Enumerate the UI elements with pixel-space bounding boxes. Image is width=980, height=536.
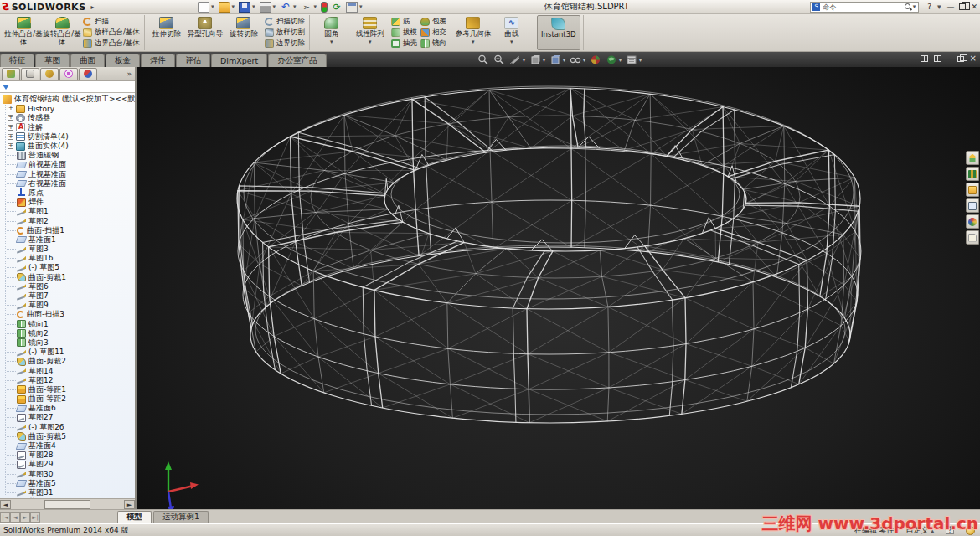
tree-item[interactable]: 上视基准面	[2, 170, 135, 179]
tree-item[interactable]: 前视基准面	[2, 160, 135, 169]
tree-item[interactable]: 焊件	[2, 198, 135, 207]
apply-scene-icon[interactable]	[606, 54, 617, 65]
sweep-button[interactable]: 扫描	[83, 17, 140, 28]
tree-item[interactable]: 草图32	[2, 497, 135, 498]
tree-item[interactable]: + 传感器	[2, 113, 135, 122]
chevron-down-icon[interactable]: ▾	[510, 39, 513, 47]
tree-item[interactable]: 草图30	[2, 470, 135, 479]
scroll-right-icon[interactable]: ►	[124, 500, 135, 509]
intersect-button[interactable]: 相交	[420, 28, 446, 39]
chevron-down-icon[interactable]: ▾	[273, 3, 276, 10]
chevron-down-icon[interactable]: ▾	[293, 3, 297, 10]
tree-item[interactable]: 普通碳钢	[2, 151, 135, 160]
expand-icon[interactable]: +	[8, 134, 13, 140]
chevron-down-icon[interactable]: ▾	[543, 57, 545, 63]
command-tab[interactable]: 焊件	[141, 54, 175, 67]
revolved-boss-button[interactable]: 旋转凸台/基体	[43, 15, 81, 50]
draft-button[interactable]: 拔模	[391, 28, 417, 39]
scroll-left-icon[interactable]: ◄	[0, 500, 11, 509]
tree-item[interactable]: 曲面-等距1	[2, 385, 135, 394]
tree-item[interactable]: 曲面-剪裁2	[2, 357, 135, 366]
zoom-to-fit-icon[interactable]	[477, 54, 489, 65]
mirror-button[interactable]: 镜向	[420, 38, 446, 49]
tree-root-item[interactable]: 体育馆钢结构 (默认<按加工><<默认>_显示	[2, 95, 135, 104]
tree-item[interactable]: 草图27	[2, 413, 135, 422]
tree-item[interactable]: 曲面-等距2	[2, 394, 135, 404]
linear-pattern-button[interactable]: 线性阵列▾	[351, 15, 389, 50]
lofted-cut-button[interactable]: 放样切割	[265, 28, 305, 39]
tree-item[interactable]: 草图28	[2, 451, 135, 460]
task-pane-tab[interactable]	[966, 151, 979, 165]
tree-item[interactable]: 草图29	[2, 460, 135, 469]
chevron-down-icon[interactable]: ▾	[330, 39, 333, 47]
motion-study-tab[interactable]: 运动算例1	[153, 511, 209, 523]
hole-wizard-button[interactable]: 异型孔向导	[186, 15, 224, 50]
tree-item[interactable]: 镜向1	[2, 320, 135, 329]
tree-item[interactable]: + History	[2, 104, 135, 113]
restore-button[interactable]	[959, 3, 966, 10]
tab-scroll-right-icon[interactable]: ►	[20, 512, 30, 523]
command-tab[interactable]: 特征	[0, 54, 34, 67]
tree-item[interactable]: 草图1	[2, 207, 135, 216]
view-orientation-icon[interactable]	[529, 54, 541, 65]
minimize-button[interactable]: —	[946, 2, 954, 13]
rib-button[interactable]: 筋	[391, 17, 417, 28]
dimxpertmanager-tab[interactable]	[59, 68, 78, 80]
overflow-chevron-icon[interactable]: »	[126, 70, 132, 78]
curves-button[interactable]: ∿曲线▾	[493, 15, 531, 50]
edit-appearance-icon[interactable]	[590, 54, 601, 65]
tab-scroll-first-icon[interactable]: |◄	[0, 512, 10, 523]
rebuild-icon[interactable]: ⟳	[331, 2, 343, 13]
tree-item[interactable]: 右视基准面	[2, 179, 135, 188]
command-tab[interactable]: DimXpert	[211, 54, 267, 67]
tree-item[interactable]: 草图9	[2, 301, 135, 310]
tree-item[interactable]: 曲面-扫描1	[2, 226, 135, 235]
tree-item[interactable]: 基准面1	[2, 235, 135, 245]
split-vertical-icon[interactable]	[934, 55, 941, 62]
configurationmanager-tab[interactable]	[40, 68, 59, 80]
expand-icon[interactable]: +	[8, 115, 13, 121]
tree-item[interactable]: 草图2	[2, 216, 135, 225]
task-pane-tab[interactable]	[966, 214, 979, 229]
doc-close-button[interactable]: ×	[970, 53, 977, 64]
view-settings-icon[interactable]	[626, 54, 637, 65]
close-button[interactable]: ✕	[971, 2, 977, 13]
doc-restore-button[interactable]	[957, 56, 964, 62]
loft-button[interactable]: 放样凸台/基体	[83, 28, 140, 39]
chevron-down-icon[interactable]: ▾	[913, 3, 916, 10]
chevron-down-icon[interactable]: ▾	[523, 57, 525, 63]
split-horizontal-icon[interactable]	[921, 55, 928, 62]
search-input[interactable]: S 命令 ▾	[810, 2, 919, 13]
doc-minimize-button[interactable]: –	[947, 53, 952, 64]
undo-icon[interactable]: ↶	[280, 2, 291, 13]
tree-item[interactable]: + 曲面实体(4)	[2, 142, 135, 151]
chevron-down-icon[interactable]: ▾	[369, 39, 372, 47]
extruded-cut-button[interactable]: 拉伸切除	[147, 15, 186, 50]
tree-horizontal-scrollbar[interactable]: ◄ ►	[0, 498, 135, 509]
tree-item[interactable]: 曲面-剪裁1	[2, 273, 135, 282]
chevron-down-icon[interactable]: ▾	[619, 57, 622, 63]
swept-cut-button[interactable]: 扫描切除	[265, 17, 305, 28]
task-pane-tab[interactable]	[966, 183, 979, 197]
tree-item[interactable]: 原点	[2, 188, 135, 198]
expand-icon[interactable]: +	[8, 125, 13, 131]
tree-filter-input[interactable]	[0, 81, 135, 93]
wrap-button[interactable]: 包覆	[420, 17, 446, 28]
tree-item[interactable]: (-) 草图26	[2, 423, 135, 432]
tree-item[interactable]: 草图14	[2, 366, 135, 375]
tree-item[interactable]: 草图12	[2, 376, 135, 385]
command-tab[interactable]: 办公室产品	[268, 54, 327, 67]
boundary-cut-button[interactable]: 边界切除	[265, 38, 305, 49]
tree-item[interactable]: 草图6	[2, 282, 135, 291]
chevron-down-icon[interactable]: ▾	[472, 39, 475, 47]
tree-item[interactable]: 草图16	[2, 254, 135, 263]
task-pane-tab[interactable]	[966, 230, 979, 245]
extruded-boss-button[interactable]: 拉伸凸台/基体	[4, 15, 43, 50]
chevron-down-icon[interactable]: ▾	[232, 3, 235, 10]
hide-show-items-icon[interactable]	[570, 54, 581, 65]
chevron-down-icon[interactable]: ▾	[359, 3, 363, 10]
chevron-down-icon[interactable]: ▾	[563, 57, 565, 63]
propertymanager-tab[interactable]	[21, 68, 39, 80]
shell-button[interactable]: 抽壳	[391, 38, 417, 49]
print-icon[interactable]	[260, 2, 271, 13]
